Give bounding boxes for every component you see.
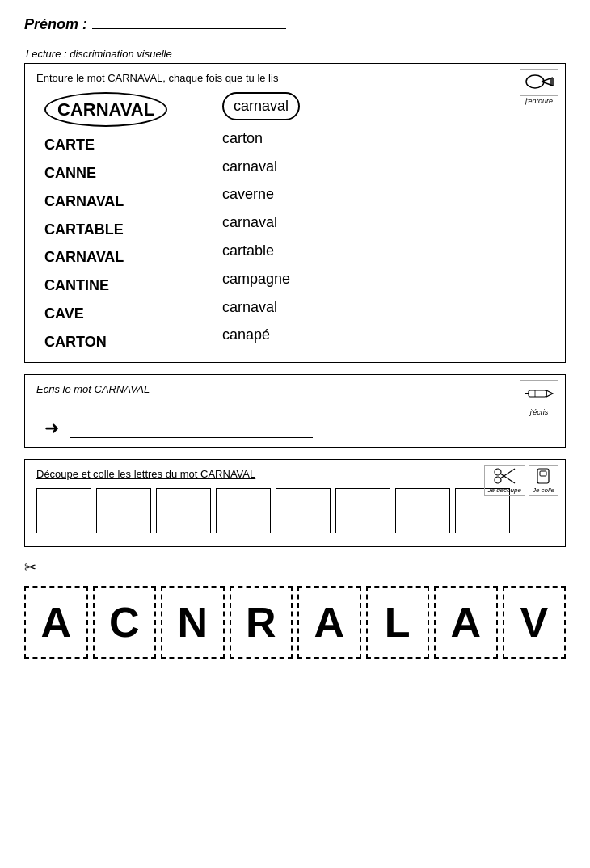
arrow-icon: ➜ bbox=[44, 418, 59, 439]
right-word-3: caverne bbox=[222, 186, 274, 202]
list-item: campagne bbox=[222, 268, 384, 291]
letter-box-2 bbox=[96, 488, 151, 533]
svg-point-10 bbox=[495, 477, 501, 483]
letter-tile-R[interactable]: R bbox=[230, 586, 293, 659]
right-word-6: campagne bbox=[222, 271, 290, 287]
left-word-8: CARTON bbox=[44, 334, 107, 350]
section1-title: Lecture : discrimination visuelle bbox=[26, 48, 566, 60]
right-word-7: carnaval bbox=[222, 299, 277, 315]
section2-instruction: Ecris le mot CARNAVAL bbox=[36, 383, 554, 395]
svg-rect-14 bbox=[540, 471, 546, 476]
list-item: CARNAVAL bbox=[44, 92, 206, 127]
list-item: carnaval bbox=[222, 296, 384, 319]
letter-tiles-row: A C N R A L A V bbox=[24, 586, 566, 659]
section2-icon-area: j'écris bbox=[520, 380, 558, 416]
list-item: carnaval bbox=[222, 155, 384, 179]
right-word-2: carnaval bbox=[222, 158, 277, 175]
entoure-label: j'entoure bbox=[520, 97, 558, 105]
letter-tile-L[interactable]: L bbox=[366, 586, 430, 659]
left-word-3: CARNAVAL bbox=[44, 193, 124, 209]
cut-icon: Je découpe bbox=[484, 465, 525, 496]
left-word-1: CARTE bbox=[44, 137, 95, 153]
letter-box-4 bbox=[216, 488, 271, 533]
paste-label: Je colle bbox=[533, 487, 554, 494]
section2-box: Ecris le mot CARNAVAL j'écris ➜ bbox=[24, 374, 566, 448]
left-word-5: CARNAVAL bbox=[44, 249, 124, 265]
right-word-1: carton bbox=[222, 130, 263, 146]
right-word-5: cartable bbox=[222, 242, 274, 259]
section3-instruction: Découpe et colle les lettres du mot CARN… bbox=[36, 468, 554, 480]
right-word-4: carnaval bbox=[222, 214, 277, 230]
letter-box-5 bbox=[276, 488, 331, 533]
right-word-col: carnaval carton carnaval caverne carnava… bbox=[222, 92, 384, 354]
left-word-7: CAVE bbox=[44, 305, 84, 322]
list-item: carnaval bbox=[222, 92, 384, 120]
right-word-8: canapé bbox=[222, 327, 270, 343]
word-grid: CARNAVAL CARTE CANNE CARNAVAL CARTABLE C… bbox=[36, 92, 554, 354]
right-word-0: carnaval bbox=[222, 92, 300, 120]
section1-icon-area: j'entoure bbox=[520, 69, 558, 105]
list-item: CARNAVAL bbox=[44, 246, 206, 269]
letter-box-6 bbox=[335, 488, 390, 533]
ecris-label: j'écris bbox=[520, 408, 558, 416]
svg-rect-5 bbox=[529, 390, 546, 397]
letter-box-1 bbox=[36, 488, 91, 533]
prenom-underline[interactable] bbox=[92, 28, 286, 29]
letter-tile-A2[interactable]: A bbox=[297, 586, 361, 659]
list-item: CANNE bbox=[44, 162, 206, 185]
section1-box: Entoure le mot CARNAVAL, chaque fois que… bbox=[24, 63, 566, 363]
list-item: carton bbox=[222, 127, 384, 150]
paste-icon: Je colle bbox=[529, 465, 558, 496]
left-word-col: CARNAVAL CARTE CANNE CARNAVAL CARTABLE C… bbox=[44, 92, 206, 354]
prenom-row: Prénom : bbox=[24, 16, 566, 33]
list-item: CARTON bbox=[44, 331, 206, 354]
svg-line-12 bbox=[500, 469, 515, 478]
list-item: CAVE bbox=[44, 302, 206, 326]
arrow-line: ➜ bbox=[44, 418, 554, 439]
list-item: cartable bbox=[222, 239, 384, 263]
letter-tile-C[interactable]: C bbox=[93, 586, 157, 659]
svg-point-0 bbox=[526, 75, 544, 88]
list-item: carnaval bbox=[222, 211, 384, 234]
list-item: CANTINE bbox=[44, 274, 206, 297]
writing-input-line[interactable] bbox=[70, 419, 313, 438]
letter-tile-V[interactable]: V bbox=[503, 586, 567, 659]
left-word-2: CANNE bbox=[44, 165, 96, 181]
prenom-label: Prénom : bbox=[24, 16, 87, 33]
list-item: canapé bbox=[222, 323, 384, 347]
letter-tile-N[interactable]: N bbox=[161, 586, 225, 659]
ecris-icon bbox=[520, 380, 558, 407]
letter-box-3 bbox=[156, 488, 211, 533]
letter-tile-A3[interactable]: A bbox=[434, 586, 498, 659]
list-item: CARTE bbox=[44, 133, 206, 157]
cut-dashed-line bbox=[43, 567, 566, 567]
left-word-6: CANTINE bbox=[44, 277, 109, 293]
list-item: caverne bbox=[222, 183, 384, 206]
list-item: CARNAVAL bbox=[44, 190, 206, 213]
empty-letter-boxes bbox=[36, 488, 554, 533]
scissors-icon: ✂ bbox=[24, 558, 36, 576]
scissors-cut-line: ✂ bbox=[24, 558, 566, 576]
section3-icons: Je découpe Je colle bbox=[484, 465, 559, 496]
section3-box: Découpe et colle les lettres du mot CARN… bbox=[24, 459, 566, 547]
list-item: CARTABLE bbox=[44, 218, 206, 242]
svg-marker-6 bbox=[546, 390, 553, 397]
section1-instruction: Entoure le mot CARNAVAL, chaque fois que… bbox=[36, 72, 554, 84]
left-word-0: CARNAVAL bbox=[44, 92, 167, 127]
left-word-4: CARTABLE bbox=[44, 221, 124, 238]
svg-line-11 bbox=[500, 474, 515, 483]
letter-box-7 bbox=[395, 488, 450, 533]
entoure-icon bbox=[520, 69, 558, 96]
letter-tile-A1[interactable]: A bbox=[24, 586, 88, 659]
cut-label: Je découpe bbox=[488, 487, 521, 494]
svg-point-9 bbox=[495, 469, 501, 475]
